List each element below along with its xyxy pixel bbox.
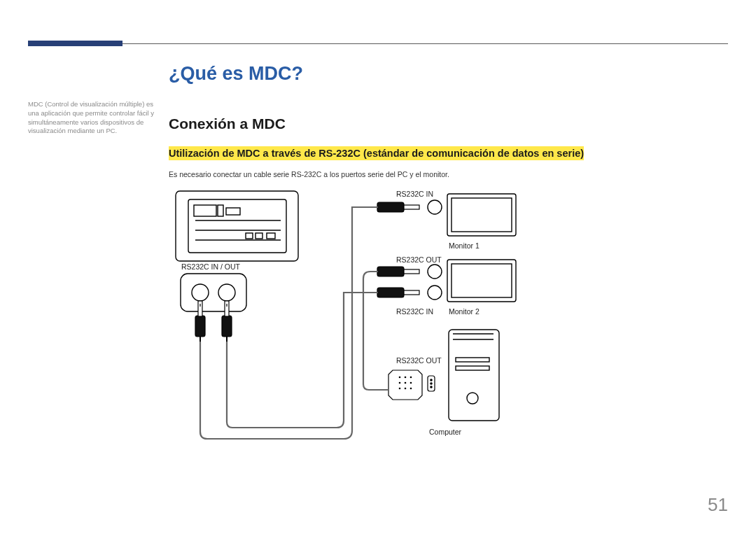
header-rule	[28, 43, 728, 44]
computer-tower	[449, 330, 499, 421]
svg-rect-26	[404, 269, 419, 274]
svg-rect-18	[225, 301, 229, 316]
device-back-panel	[176, 191, 298, 261]
header-accent-bar	[28, 41, 122, 46]
svg-rect-3	[218, 205, 223, 216]
svg-point-22	[428, 200, 442, 214]
svg-rect-2	[194, 205, 216, 216]
svg-point-41	[405, 382, 407, 384]
svg-point-49	[430, 386, 432, 388]
svg-rect-21	[404, 205, 419, 209]
page-title: ¿Qué es MDC?	[169, 63, 728, 85]
svg-point-13	[218, 284, 235, 301]
svg-point-47	[430, 379, 432, 381]
svg-point-27	[428, 265, 442, 279]
svg-rect-29	[404, 290, 419, 295]
svg-point-43	[399, 388, 401, 390]
svg-rect-28	[377, 288, 404, 297]
jack-right-in1	[377, 200, 442, 214]
svg-rect-20	[377, 202, 404, 212]
svg-rect-33	[449, 330, 499, 421]
svg-point-44	[405, 388, 407, 390]
port-box-left	[181, 274, 246, 311]
svg-point-30	[428, 286, 442, 300]
diagram-svg	[169, 190, 659, 456]
monitor1-outline	[447, 194, 516, 236]
svg-point-37	[399, 377, 401, 379]
body-paragraph: Es necesario conectar un cable serie RS-…	[169, 170, 728, 178]
svg-rect-31	[447, 260, 516, 302]
serial-connector	[388, 370, 435, 400]
sidebar-note: MDC (Control de visualización múltiple) …	[28, 100, 164, 136]
svg-point-48	[430, 383, 432, 384]
svg-rect-11	[181, 274, 246, 311]
subsection-heading: Utilización de MDC a través de RS-232C (…	[169, 146, 584, 160]
main-content: ¿Qué es MDC? Conexión a MDC Utilización …	[169, 63, 728, 456]
svg-rect-17	[222, 316, 232, 337]
connection-diagram: RS232C IN / OUT RS232C IN Monitor 1 RS23…	[169, 190, 659, 456]
svg-rect-10	[267, 233, 275, 239]
svg-point-12	[192, 284, 209, 301]
svg-point-40	[399, 382, 401, 384]
svg-rect-0	[176, 191, 298, 261]
svg-rect-32	[451, 264, 512, 297]
svg-rect-15	[198, 301, 202, 316]
svg-point-45	[410, 388, 412, 390]
svg-rect-8	[246, 233, 253, 239]
svg-point-42	[410, 382, 412, 384]
svg-rect-25	[377, 267, 404, 276]
svg-point-39	[410, 377, 412, 379]
svg-rect-14	[195, 316, 205, 337]
jack-left-1	[195, 301, 205, 342]
svg-rect-9	[255, 233, 262, 239]
svg-point-38	[405, 377, 407, 379]
monitor2-outline	[447, 260, 516, 302]
section-heading: Conexión a MDC	[169, 115, 728, 132]
jack-left-2	[222, 301, 232, 342]
svg-rect-24	[451, 198, 512, 232]
page-number: 51	[708, 494, 728, 516]
jack-right-out1	[377, 265, 442, 279]
svg-rect-4	[226, 208, 240, 215]
svg-rect-23	[447, 194, 516, 236]
jack-right-in2	[377, 286, 442, 300]
